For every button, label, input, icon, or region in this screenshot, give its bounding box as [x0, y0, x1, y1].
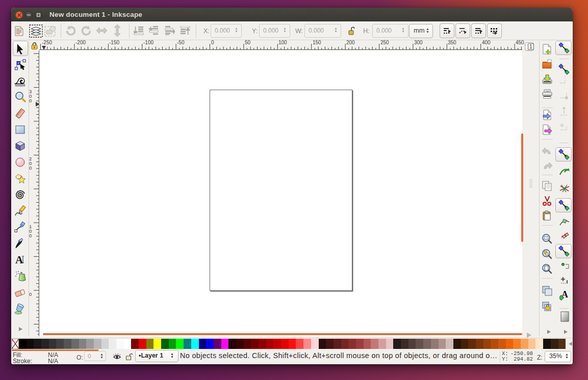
svg-text:A: A: [15, 254, 23, 265]
